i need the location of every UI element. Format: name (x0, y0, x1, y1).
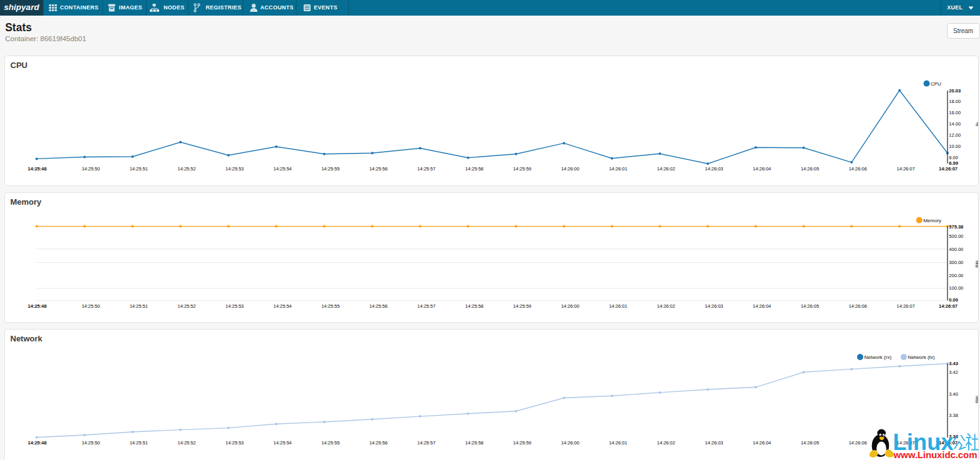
svg-text:14:26:07: 14:26:07 (896, 166, 914, 172)
svg-text:14:25:55: 14:25:55 (321, 440, 340, 446)
svg-text:3.40: 3.40 (949, 391, 958, 397)
svg-text:14.00: 14.00 (949, 121, 961, 127)
svg-text:14:25:50: 14:25:50 (82, 166, 100, 172)
svg-text:Network (rx): Network (rx) (865, 355, 892, 360)
svg-text:3.43: 3.43 (949, 361, 958, 366)
svg-text:14:25:48: 14:25:48 (28, 440, 47, 446)
svg-text:14:25:55: 14:25:55 (321, 166, 340, 172)
svg-text:14:26:07: 14:26:07 (939, 303, 958, 309)
svg-text:14:26:01: 14:26:01 (609, 166, 627, 172)
svg-text:14:26:06: 14:26:06 (849, 303, 867, 309)
svg-text:14:25:59: 14:25:59 (513, 166, 531, 172)
svg-text:14:26:01: 14:26:01 (609, 303, 627, 309)
svg-text:14:26:03: 14:26:03 (705, 166, 723, 172)
svg-text:12.00: 12.00 (949, 132, 961, 138)
svg-text:14:25:52: 14:25:52 (177, 440, 195, 446)
svg-text:14:26:06: 14:26:06 (849, 166, 867, 172)
svg-text:14:25:50: 14:25:50 (82, 440, 100, 446)
svg-text:14:26:04: 14:26:04 (753, 303, 771, 309)
svg-text:14:25:57: 14:25:57 (417, 303, 435, 309)
svg-text:Network (tx): Network (tx) (908, 355, 934, 360)
svg-text:14:25:56: 14:25:56 (370, 303, 388, 309)
svg-text:14:26:02: 14:26:02 (657, 166, 675, 172)
svg-text:14:25:48: 14:25:48 (28, 166, 47, 172)
svg-text:14:25:51: 14:25:51 (130, 303, 148, 309)
svg-text:3.38: 3.38 (949, 413, 958, 418)
svg-text:14:26:04: 14:26:04 (753, 166, 771, 172)
svg-text:14:26:02: 14:26:02 (657, 303, 675, 309)
svg-text:300.00: 300.00 (949, 260, 963, 265)
svg-text:14:25:54: 14:25:54 (273, 166, 292, 172)
svg-text:6.99: 6.99 (949, 160, 958, 166)
svg-text:3.42: 3.42 (949, 369, 958, 375)
svg-text:14:25:52: 14:25:52 (177, 303, 195, 309)
svg-text:10.00: 10.00 (949, 144, 961, 149)
svg-text:MB: MB (974, 260, 978, 268)
svg-text:575.38: 575.38 (949, 224, 963, 230)
svg-text:MB: MB (974, 396, 978, 403)
svg-text:500.00: 500.00 (949, 233, 963, 239)
svg-text:14:25:56: 14:25:56 (370, 440, 388, 446)
svg-text:14:26:07: 14:26:07 (939, 166, 958, 172)
svg-text:14:26:07: 14:26:07 (896, 303, 914, 309)
svg-text:400.00: 400.00 (949, 247, 963, 252)
svg-text:14:25:51: 14:25:51 (130, 166, 148, 172)
svg-text:16.00: 16.00 (949, 110, 961, 115)
svg-text:14:25:57: 14:25:57 (417, 440, 435, 446)
svg-text:Memory: Memory (923, 218, 941, 223)
svg-text:14:26:00: 14:26:00 (561, 440, 579, 446)
svg-text:14:25:53: 14:25:53 (225, 166, 243, 172)
svg-text:20.03: 20.03 (949, 88, 961, 94)
svg-text:14:25:58: 14:25:58 (465, 440, 483, 446)
svg-text:14:25:52: 14:25:52 (177, 166, 195, 172)
svg-text:14:25:53: 14:25:53 (225, 440, 243, 446)
svg-text:www.Linuxidc.com: www.Linuxidc.com (893, 449, 978, 460)
svg-text:14:25:58: 14:25:58 (465, 303, 483, 309)
svg-text:14:26:05: 14:26:05 (801, 166, 819, 172)
svg-text:14:25:59: 14:25:59 (513, 303, 531, 309)
svg-text:14:25:56: 14:25:56 (370, 166, 388, 172)
svg-text:14:25:58: 14:25:58 (465, 166, 483, 172)
svg-text:14:25:54: 14:25:54 (273, 303, 292, 309)
svg-text:14:25:53: 14:25:53 (225, 303, 243, 309)
svg-text:14:26:00: 14:26:00 (561, 166, 579, 172)
svg-text:14:25:54: 14:25:54 (273, 440, 292, 446)
svg-text:14:26:02: 14:26:02 (657, 440, 675, 446)
svg-text:14:25:50: 14:25:50 (82, 303, 100, 309)
svg-text:CPU: CPU (931, 81, 941, 87)
svg-text:14:25:48: 14:25:48 (28, 303, 47, 309)
svg-text:14:26:03: 14:26:03 (705, 440, 723, 446)
svg-text:14:26:00: 14:26:00 (561, 303, 579, 309)
svg-text:14:25:57: 14:25:57 (417, 166, 435, 172)
svg-text:%: % (974, 122, 978, 126)
svg-text:14:25:59: 14:25:59 (513, 440, 531, 446)
svg-text:14:26:05: 14:26:05 (801, 440, 819, 446)
svg-text:0.00: 0.00 (949, 297, 958, 303)
svg-text:14:26:05: 14:26:05 (801, 303, 819, 309)
svg-text:14:25:55: 14:25:55 (321, 303, 340, 309)
svg-text:14:26:01: 14:26:01 (609, 440, 627, 446)
svg-text:14:26:04: 14:26:04 (753, 440, 771, 446)
svg-text:100.00: 100.00 (949, 285, 963, 291)
svg-text:200.00: 200.00 (949, 273, 963, 278)
svg-text:18.00: 18.00 (949, 99, 961, 104)
svg-text:14:26:03: 14:26:03 (705, 303, 723, 309)
svg-text:14:25:51: 14:25:51 (130, 440, 148, 446)
